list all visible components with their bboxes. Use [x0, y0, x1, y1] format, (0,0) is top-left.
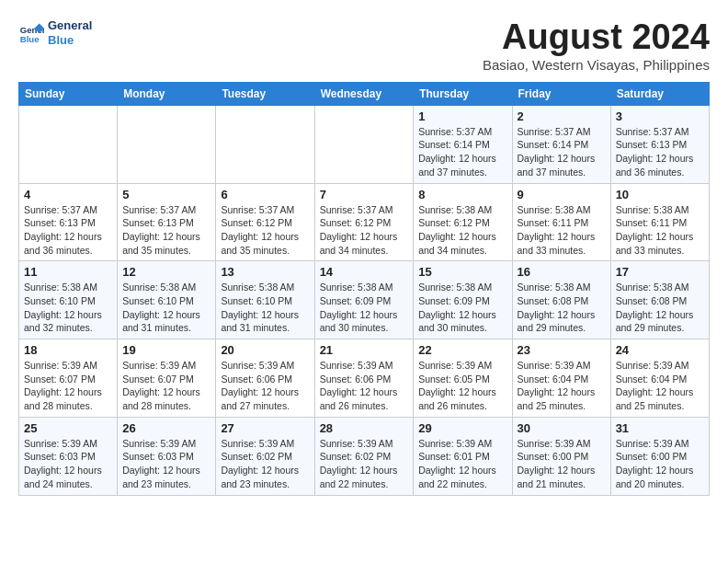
- day-cell-20: 20Sunrise: 5:39 AM Sunset: 6:06 PM Dayli…: [216, 339, 314, 418]
- week-row-4: 18Sunrise: 5:39 AM Sunset: 6:07 PM Dayli…: [19, 339, 710, 418]
- day-cell-7: 7Sunrise: 5:37 AM Sunset: 6:12 PM Daylig…: [314, 183, 414, 261]
- day-cell-4: 4Sunrise: 5:37 AM Sunset: 6:13 PM Daylig…: [19, 183, 118, 261]
- day-detail: Sunrise: 5:37 AM Sunset: 6:14 PM Dayligh…: [518, 125, 606, 179]
- week-row-3: 11Sunrise: 5:38 AM Sunset: 6:10 PM Dayli…: [19, 261, 710, 339]
- day-number: 4: [24, 188, 112, 201]
- day-number: 17: [616, 265, 704, 279]
- day-number: 12: [122, 265, 210, 279]
- day-cell-3: 3Sunrise: 5:37 AM Sunset: 6:13 PM Daylig…: [610, 105, 709, 183]
- calendar-subtitle: Basiao, Western Visayas, Philippines: [483, 57, 710, 73]
- day-detail: Sunrise: 5:38 AM Sunset: 6:12 PM Dayligh…: [418, 203, 506, 258]
- day-number: 19: [122, 343, 210, 357]
- day-number: 22: [418, 343, 506, 357]
- week-row-1: 1Sunrise: 5:37 AM Sunset: 6:14 PM Daylig…: [19, 105, 710, 183]
- calendar-table: SundayMondayTuesdayWednesdayThursdayFrid…: [18, 82, 710, 496]
- day-detail: Sunrise: 5:37 AM Sunset: 6:13 PM Dayligh…: [616, 125, 704, 179]
- day-number: 29: [418, 421, 506, 435]
- day-cell-26: 26Sunrise: 5:39 AM Sunset: 6:03 PM Dayli…: [118, 417, 216, 495]
- day-number: 3: [616, 109, 704, 123]
- col-header-tuesday: Tuesday: [216, 82, 314, 105]
- day-detail: Sunrise: 5:38 AM Sunset: 6:10 PM Dayligh…: [221, 281, 309, 335]
- week-row-2: 4Sunrise: 5:37 AM Sunset: 6:13 PM Daylig…: [19, 183, 710, 261]
- logo-line1: General: [48, 18, 92, 33]
- day-detail: Sunrise: 5:37 AM Sunset: 6:13 PM Dayligh…: [122, 203, 210, 258]
- day-number: 15: [418, 265, 506, 279]
- day-cell-14: 14Sunrise: 5:38 AM Sunset: 6:09 PM Dayli…: [314, 261, 414, 339]
- col-header-thursday: Thursday: [414, 82, 512, 105]
- day-number: 23: [518, 343, 606, 357]
- day-detail: Sunrise: 5:39 AM Sunset: 6:03 PM Dayligh…: [122, 437, 210, 491]
- day-cell-9: 9Sunrise: 5:38 AM Sunset: 6:11 PM Daylig…: [512, 183, 610, 261]
- calendar-title: August 2024: [483, 18, 710, 57]
- day-number: 11: [24, 265, 112, 279]
- day-cell-16: 16Sunrise: 5:38 AM Sunset: 6:08 PM Dayli…: [512, 261, 610, 339]
- day-number: 10: [616, 188, 704, 201]
- day-detail: Sunrise: 5:38 AM Sunset: 6:11 PM Dayligh…: [616, 203, 704, 258]
- day-cell-6: 6Sunrise: 5:37 AM Sunset: 6:12 PM Daylig…: [216, 183, 314, 261]
- day-cell-8: 8Sunrise: 5:38 AM Sunset: 6:12 PM Daylig…: [414, 183, 512, 261]
- week-row-5: 25Sunrise: 5:39 AM Sunset: 6:03 PM Dayli…: [19, 417, 710, 495]
- day-detail: Sunrise: 5:39 AM Sunset: 6:00 PM Dayligh…: [616, 437, 704, 491]
- day-cell-25: 25Sunrise: 5:39 AM Sunset: 6:03 PM Dayli…: [19, 417, 118, 495]
- day-number: 30: [518, 421, 606, 435]
- day-cell-23: 23Sunrise: 5:39 AM Sunset: 6:04 PM Dayli…: [512, 339, 610, 418]
- day-number: 1: [418, 109, 506, 123]
- day-number: 21: [320, 343, 409, 357]
- day-cell-11: 11Sunrise: 5:38 AM Sunset: 6:10 PM Dayli…: [19, 261, 118, 339]
- day-detail: Sunrise: 5:37 AM Sunset: 6:13 PM Dayligh…: [24, 203, 112, 258]
- day-cell-28: 28Sunrise: 5:39 AM Sunset: 6:02 PM Dayli…: [314, 417, 414, 495]
- day-cell-27: 27Sunrise: 5:39 AM Sunset: 6:02 PM Dayli…: [216, 417, 314, 495]
- day-cell-19: 19Sunrise: 5:39 AM Sunset: 6:07 PM Dayli…: [118, 339, 216, 418]
- day-detail: Sunrise: 5:38 AM Sunset: 6:10 PM Dayligh…: [122, 281, 210, 335]
- day-detail: Sunrise: 5:39 AM Sunset: 6:00 PM Dayligh…: [518, 437, 606, 491]
- svg-text:Blue: Blue: [20, 33, 40, 43]
- day-number: 14: [320, 265, 409, 279]
- day-detail: Sunrise: 5:39 AM Sunset: 6:04 PM Dayligh…: [616, 359, 704, 413]
- day-number: 13: [221, 265, 309, 279]
- calendar-header-row: SundayMondayTuesdayWednesdayThursdayFrid…: [19, 82, 710, 105]
- day-cell-18: 18Sunrise: 5:39 AM Sunset: 6:07 PM Dayli…: [19, 339, 118, 418]
- day-detail: Sunrise: 5:38 AM Sunset: 6:10 PM Dayligh…: [24, 281, 112, 335]
- day-number: 27: [221, 421, 309, 435]
- day-number: 26: [122, 421, 210, 435]
- title-block: August 2024 Basiao, Western Visayas, Phi…: [483, 18, 710, 73]
- day-detail: Sunrise: 5:39 AM Sunset: 6:06 PM Dayligh…: [320, 359, 409, 413]
- day-detail: Sunrise: 5:38 AM Sunset: 6:09 PM Dayligh…: [320, 281, 409, 335]
- empty-cell: [216, 105, 314, 183]
- day-number: 25: [24, 421, 112, 435]
- page-header: General Blue General Blue August 2024 Ba…: [18, 18, 710, 73]
- logo-icon: General Blue: [18, 20, 44, 46]
- day-cell-24: 24Sunrise: 5:39 AM Sunset: 6:04 PM Dayli…: [610, 339, 709, 418]
- day-number: 6: [221, 188, 309, 201]
- day-detail: Sunrise: 5:39 AM Sunset: 6:03 PM Dayligh…: [24, 437, 112, 491]
- col-header-wednesday: Wednesday: [314, 82, 414, 105]
- day-detail: Sunrise: 5:39 AM Sunset: 6:02 PM Dayligh…: [320, 437, 409, 491]
- empty-cell: [314, 105, 414, 183]
- day-number: 24: [616, 343, 704, 357]
- logo: General Blue General Blue: [18, 18, 92, 47]
- col-header-saturday: Saturday: [610, 82, 709, 105]
- day-number: 2: [518, 109, 606, 123]
- logo-line2: Blue: [48, 33, 92, 48]
- day-cell-15: 15Sunrise: 5:38 AM Sunset: 6:09 PM Dayli…: [414, 261, 512, 339]
- empty-cell: [19, 105, 118, 183]
- day-cell-21: 21Sunrise: 5:39 AM Sunset: 6:06 PM Dayli…: [314, 339, 414, 418]
- day-number: 31: [616, 421, 704, 435]
- day-cell-22: 22Sunrise: 5:39 AM Sunset: 6:05 PM Dayli…: [414, 339, 512, 418]
- day-detail: Sunrise: 5:39 AM Sunset: 6:05 PM Dayligh…: [418, 359, 506, 413]
- day-detail: Sunrise: 5:39 AM Sunset: 6:06 PM Dayligh…: [221, 359, 309, 413]
- day-cell-31: 31Sunrise: 5:39 AM Sunset: 6:00 PM Dayli…: [610, 417, 709, 495]
- day-number: 5: [122, 188, 210, 201]
- day-number: 20: [221, 343, 309, 357]
- day-number: 28: [320, 421, 409, 435]
- col-header-sunday: Sunday: [19, 82, 118, 105]
- day-detail: Sunrise: 5:39 AM Sunset: 6:07 PM Dayligh…: [24, 359, 112, 413]
- day-detail: Sunrise: 5:38 AM Sunset: 6:08 PM Dayligh…: [518, 281, 606, 335]
- day-number: 9: [518, 188, 606, 201]
- day-number: 8: [418, 188, 506, 201]
- day-detail: Sunrise: 5:37 AM Sunset: 6:12 PM Dayligh…: [221, 203, 309, 258]
- day-cell-30: 30Sunrise: 5:39 AM Sunset: 6:00 PM Dayli…: [512, 417, 610, 495]
- day-cell-10: 10Sunrise: 5:38 AM Sunset: 6:11 PM Dayli…: [610, 183, 709, 261]
- day-detail: Sunrise: 5:39 AM Sunset: 6:07 PM Dayligh…: [122, 359, 210, 413]
- day-detail: Sunrise: 5:39 AM Sunset: 6:04 PM Dayligh…: [518, 359, 606, 413]
